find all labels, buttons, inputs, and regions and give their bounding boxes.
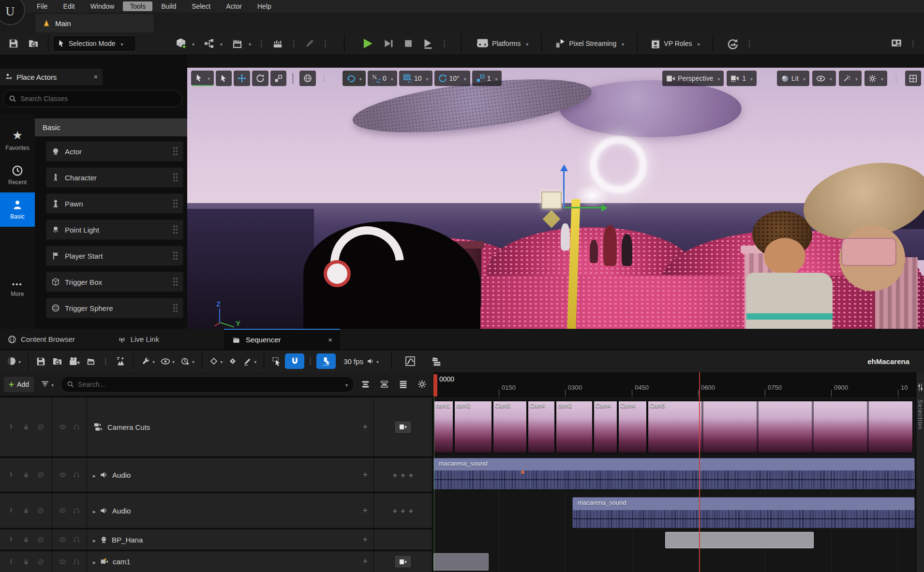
drag-handle[interactable] (173, 277, 178, 287)
expand-caret-icon[interactable] (93, 507, 96, 515)
track-label-cell[interactable]: Camera Cuts (87, 397, 374, 456)
place-item-trigger-sphere[interactable]: Trigger Sphere (46, 298, 183, 318)
camera-cut-section[interactable]: cam2 (555, 400, 593, 454)
menu-actor[interactable]: Actor (219, 1, 249, 11)
pin-icon[interactable] (8, 558, 15, 565)
camera-cut-section[interactable]: Cam4 (593, 400, 618, 454)
pin-icon[interactable] (8, 507, 15, 514)
headphones-icon[interactable] (73, 471, 80, 478)
lock-icon[interactable] (23, 558, 30, 565)
headphones-icon[interactable] (73, 536, 80, 543)
prev-key-icon[interactable] (393, 508, 397, 514)
add-section-button[interactable] (362, 422, 368, 432)
eye-icon[interactable] (59, 424, 66, 430)
track-settings-gear-icon[interactable] (415, 377, 430, 392)
drag-handle[interactable] (173, 199, 178, 208)
menu-file[interactable]: File (30, 1, 55, 11)
track-label-cell[interactable]: cam1 (87, 551, 374, 572)
create-camera-icon[interactable] (66, 353, 83, 369)
tab-sequencer[interactable]: Sequencer × (224, 329, 340, 350)
lock-icon[interactable] (23, 536, 30, 543)
viewport-options-dots[interactable] (890, 74, 902, 83)
lock-icon[interactable] (23, 471, 30, 478)
auto-key-toggle[interactable] (225, 353, 240, 369)
add-section-button[interactable] (362, 557, 368, 567)
sliders-icon[interactable] (917, 383, 924, 392)
mute-ban-icon[interactable] (37, 471, 44, 478)
camera-cut-section[interactable]: Cam3 (492, 400, 527, 454)
track-row-camera-cuts[interactable]: Camera Cuts (0, 397, 432, 456)
audio-clip-1[interactable]: macarena_sound (433, 458, 915, 489)
view-mode-dropdown[interactable]: Lit (777, 71, 809, 86)
headphones-icon[interactable] (73, 558, 80, 565)
eye-icon[interactable] (59, 472, 66, 478)
menu-tools[interactable]: Tools (123, 1, 152, 11)
gizmo-z-arrow[interactable] (563, 166, 565, 208)
selection-range-strip[interactable]: Selection (916, 372, 924, 572)
move-tool-button[interactable] (234, 71, 250, 86)
collapse-tracks-icon[interactable] (358, 377, 373, 392)
view-options-dropdown[interactable] (158, 353, 178, 369)
rail-item-basic[interactable]: Basic (0, 192, 35, 227)
location-snap-dropdown[interactable]: 0 (368, 71, 397, 86)
stop-button[interactable] (399, 35, 418, 52)
pin-icon[interactable] (8, 424, 15, 430)
mute-ban-icon[interactable] (37, 424, 44, 430)
snap-options-dots[interactable] (304, 357, 316, 366)
sequencer-timeline[interactable]: 0000 0150 0300 0450 0600 0750 0900 10 ca… (433, 372, 924, 572)
drag-handle[interactable] (173, 147, 178, 156)
lock-icon[interactable] (23, 424, 30, 430)
paint-brush-icon[interactable] (300, 35, 319, 52)
track-label-cell[interactable]: Audio (87, 493, 374, 528)
camera-cut-section[interactable]: Cam5 (647, 400, 913, 454)
tab-content-browser[interactable]: Content Browser (0, 329, 83, 350)
editor-modes-icon[interactable] (268, 35, 288, 52)
audio-clip-2[interactable]: macarena_sound (572, 497, 915, 528)
expand-caret-icon[interactable] (93, 557, 96, 566)
playback-start-marker[interactable] (433, 374, 437, 396)
pin-icon[interactable] (8, 471, 15, 478)
place-item-trigger-box[interactable]: Trigger Box (46, 272, 183, 292)
cinematics-overflow-dots[interactable] (255, 39, 268, 48)
prev-key-icon[interactable] (393, 472, 397, 478)
platforms-dropdown[interactable]: Platforms (472, 35, 533, 52)
track-search-field[interactable] (60, 376, 354, 393)
playback-options-dropdown[interactable] (178, 353, 197, 369)
cam1-section[interactable] (433, 553, 489, 571)
expand-caret-icon[interactable] (93, 536, 96, 544)
next-key-icon[interactable] (409, 472, 413, 478)
add-section-button[interactable] (362, 506, 368, 516)
track-search-input[interactable] (78, 381, 340, 388)
menu-build[interactable]: Build (154, 1, 183, 11)
browse-content-icon[interactable] (23, 35, 44, 52)
lock-icon[interactable] (23, 507, 30, 514)
add-section-button[interactable] (362, 470, 368, 480)
maximize-viewport-button[interactable] (905, 71, 921, 86)
bp-hana-section[interactable] (665, 532, 814, 548)
rail-item-more[interactable]: ••• More (0, 273, 35, 304)
save-sequence-icon[interactable] (33, 353, 49, 369)
place-item-player-start[interactable]: Player Start (46, 246, 183, 266)
drag-handle[interactable] (173, 225, 178, 235)
keyframe-options-dropdown[interactable] (207, 353, 225, 369)
edit-mode-dropdown[interactable] (240, 353, 259, 369)
snap-toggle[interactable] (285, 353, 304, 369)
fps-dropdown[interactable]: 30 fps (341, 353, 382, 369)
remote-session-icon[interactable] (886, 35, 907, 52)
track-label-cell[interactable]: Audio (87, 458, 374, 492)
timeline-ruler[interactable]: 0000 0150 0300 0450 0600 0750 0900 10 (433, 372, 924, 396)
camera-cut-section[interactable]: cam1 (433, 400, 454, 454)
selected-actor-icon[interactable] (541, 191, 562, 209)
playhead[interactable] (699, 372, 700, 572)
mute-ban-icon[interactable] (37, 558, 44, 565)
effects-dropdown[interactable] (839, 71, 862, 86)
clip-select-icon[interactable] (268, 353, 285, 369)
place-item-character[interactable]: Character (46, 167, 183, 188)
viewport-mode-dropdown[interactable] (191, 71, 214, 86)
headphones-icon[interactable] (73, 424, 80, 430)
add-section-button[interactable] (362, 535, 368, 545)
recent-levels-icon[interactable] (722, 35, 743, 52)
drag-handle[interactable] (173, 251, 178, 261)
settings-dots[interactable] (907, 39, 919, 48)
search-classes-field[interactable] (2, 90, 182, 107)
